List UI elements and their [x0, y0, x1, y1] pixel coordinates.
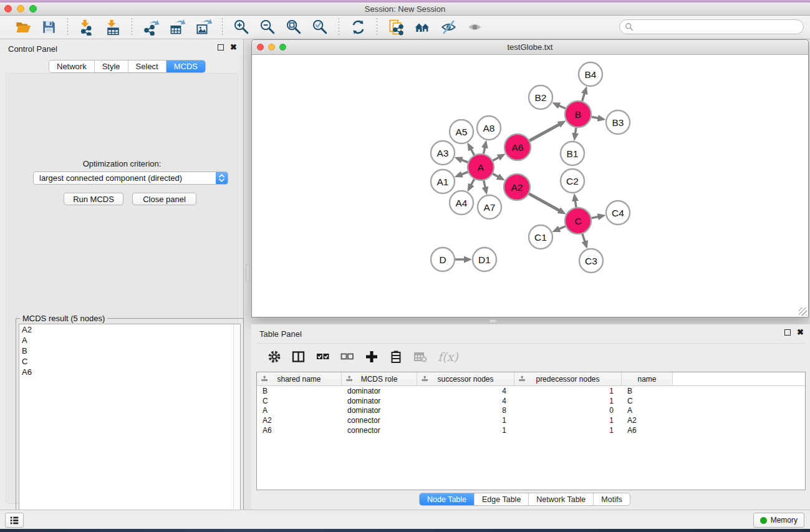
delete-column-button[interactable]	[389, 350, 403, 364]
edge-A-A7[interactable]	[484, 180, 486, 188]
edge-A6-B[interactable]	[529, 124, 560, 141]
tab-edge-table[interactable]: Edge Table	[475, 493, 529, 505]
delete-table-button[interactable]	[413, 350, 427, 364]
pane-divider-handle[interactable]	[246, 264, 249, 281]
node-B2[interactable]: B2	[529, 85, 552, 109]
cell-name[interactable]: B	[622, 387, 673, 395]
import-table-button[interactable]	[102, 17, 124, 37]
node-C[interactable]: C	[565, 208, 591, 234]
close-panel-button[interactable]: Close panel	[132, 193, 196, 205]
table-row[interactable]: Bdominator41B	[257, 386, 805, 396]
mcds-result-item[interactable]: A6	[19, 367, 240, 377]
node-C4[interactable]: C4	[606, 201, 630, 225]
cell-MCDS-role[interactable]: connector	[342, 426, 417, 435]
cell-shared-name[interactable]: C	[257, 397, 342, 405]
save-session-button[interactable]	[37, 17, 60, 37]
node-C1[interactable]: C1	[529, 225, 552, 249]
edge-C-C1[interactable]	[558, 226, 565, 230]
node-A1[interactable]: A1	[431, 170, 455, 193]
node-A[interactable]: A	[468, 154, 494, 180]
open-file-button[interactable]	[11, 17, 34, 37]
edge-B-B1[interactable]	[575, 128, 576, 135]
memory-button[interactable]: Memory	[753, 513, 804, 528]
cell-predecessor-nodes[interactable]: 1	[514, 426, 622, 435]
edge-B-B2[interactable]	[558, 105, 566, 109]
cell-name[interactable]: A	[622, 406, 673, 415]
network-canvas[interactable]: B4B2BB3A5A8A6A3B1AA1C2A2A4A7C4CC1C3DD1	[253, 55, 808, 317]
cell-successor-nodes[interactable]: 4	[417, 387, 514, 395]
pane-divider-handle[interactable]	[489, 319, 496, 323]
node-B4[interactable]: B4	[579, 62, 602, 86]
node-B3[interactable]: B3	[606, 110, 630, 134]
edge-A-A4[interactable]	[471, 179, 475, 185]
cell-MCDS-role[interactable]: dominator	[342, 387, 417, 395]
cell-MCDS-role[interactable]: dominator	[342, 397, 417, 405]
export-network-button[interactable]	[140, 17, 162, 37]
edge-A2-C[interactable]	[529, 194, 560, 211]
hide-graphics-button[interactable]	[437, 17, 460, 37]
node-C2[interactable]: C2	[561, 169, 584, 193]
node-A5[interactable]: A5	[450, 120, 473, 143]
add-column-button[interactable]	[365, 350, 378, 364]
tab-network[interactable]: Network	[49, 60, 95, 72]
mcds-result-item[interactable]: C	[19, 356, 240, 367]
cell-MCDS-role[interactable]: dominator	[342, 406, 417, 415]
cell-predecessor-nodes[interactable]: 1	[514, 387, 622, 395]
cell-successor-nodes[interactable]: 8	[417, 406, 514, 415]
table-row[interactable]: Cdominator41C	[257, 396, 805, 406]
cell-name[interactable]: C	[622, 397, 673, 405]
node-A4[interactable]: A4	[450, 191, 473, 215]
node-D1[interactable]: D1	[473, 248, 496, 271]
export-image-button[interactable]	[192, 17, 215, 37]
tab-node-table[interactable]: Node Table	[420, 493, 475, 505]
refresh-layout-button[interactable]	[347, 17, 369, 37]
edge-A-A1[interactable]	[461, 172, 468, 175]
show-graphics-button[interactable]	[463, 17, 486, 37]
zoom-in-button[interactable]	[230, 17, 253, 37]
cell-successor-nodes[interactable]: 4	[417, 397, 514, 405]
node-A6[interactable]: A6	[504, 134, 531, 160]
edge-A-A5[interactable]	[471, 148, 475, 155]
mcds-result-list[interactable]: A2ABCA6	[19, 324, 241, 528]
mcds-result-item[interactable]: A	[19, 335, 240, 346]
window-resize-grip[interactable]	[799, 307, 807, 316]
column-header-successor-nodes[interactable]: successor nodes	[417, 372, 514, 385]
cell-shared-name[interactable]: A6	[257, 426, 342, 435]
optimization-criterion-select[interactable]: largest connected component (directed)	[33, 172, 228, 185]
import-network-button[interactable]	[75, 17, 98, 37]
search-input[interactable]	[636, 21, 803, 32]
cell-MCDS-role[interactable]: connector	[342, 416, 417, 425]
cell-shared-name[interactable]: B	[257, 387, 342, 395]
table-row[interactable]: A6connector11A6	[257, 425, 805, 435]
network-file-button[interactable]	[385, 17, 407, 37]
zoom-out-button[interactable]	[256, 17, 279, 37]
float-panel-icon[interactable]	[218, 44, 224, 51]
cell-name[interactable]: A6	[622, 426, 673, 435]
table-settings-button[interactable]	[268, 350, 281, 364]
node-A2[interactable]: A2	[504, 174, 530, 200]
run-mcds-button[interactable]: Run MCDS	[64, 193, 123, 205]
edge-A-A8[interactable]	[483, 147, 485, 153]
edge-A-A6[interactable]	[493, 157, 499, 161]
cell-successor-nodes[interactable]: 1	[417, 416, 514, 425]
column-header-MCDS-role[interactable]: MCDS role	[342, 372, 417, 385]
zoom-selected-button[interactable]	[309, 17, 331, 37]
edge-C-C4[interactable]	[592, 216, 599, 218]
function-builder-button[interactable]: f(x)	[438, 350, 458, 364]
node-A3[interactable]: A3	[431, 141, 455, 165]
node-A8[interactable]: A8	[477, 116, 501, 140]
tab-select[interactable]: Select	[128, 60, 166, 72]
list-scrollbar[interactable]	[233, 324, 240, 528]
float-panel-icon[interactable]	[784, 329, 791, 336]
node-C3[interactable]: C3	[579, 249, 603, 273]
edge-C-C3[interactable]	[582, 234, 585, 243]
edge-A-A2[interactable]	[493, 174, 499, 177]
select-all-columns-button[interactable]	[316, 350, 330, 364]
task-history-button[interactable]	[5, 513, 24, 528]
edge-A-A3[interactable]	[461, 160, 468, 162]
close-panel-icon[interactable]: ✖	[797, 329, 804, 336]
ndex-home-button[interactable]	[411, 17, 433, 37]
cell-predecessor-nodes[interactable]: 0	[514, 406, 622, 415]
edge-C-C2[interactable]	[575, 200, 576, 208]
tab-network-table[interactable]: Network Table	[529, 493, 594, 505]
